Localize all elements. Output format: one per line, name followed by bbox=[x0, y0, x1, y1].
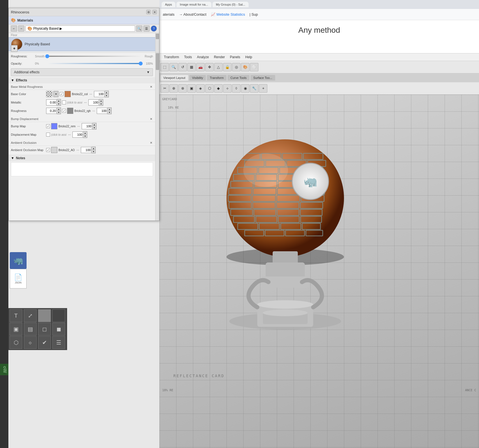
panel-close-btn[interactable]: ✕ bbox=[152, 10, 157, 14]
base-color-dots[interactable]: ··· bbox=[89, 92, 93, 96]
displacement-map-checkbox[interactable] bbox=[46, 133, 50, 137]
toolbar2-icon-8[interactable]: ⟡ bbox=[223, 84, 232, 93]
metallic-up[interactable]: ▲ bbox=[57, 99, 61, 102]
bump-map-dots[interactable]: ··· bbox=[77, 124, 81, 128]
roughness-range[interactable]: Smooth Rough bbox=[35, 55, 153, 58]
tool-cell-9[interactable]: ⬡ bbox=[10, 336, 22, 349]
file-icon[interactable]: 📄 JSON bbox=[10, 269, 27, 288]
toolbar2-icon-3[interactable]: ⊗ bbox=[178, 84, 187, 93]
tab-visibility[interactable]: Visibility bbox=[189, 75, 206, 81]
toolbar-icon-3[interactable]: ↺ bbox=[178, 63, 187, 71]
toolbar-icon-8[interactable]: 🔒 bbox=[223, 63, 232, 71]
notes-content[interactable] bbox=[11, 162, 153, 176]
base-color-up[interactable]: ▲ bbox=[105, 91, 108, 94]
base-color-dropdown[interactable]: ▾ bbox=[53, 91, 58, 97]
tool-cell-1[interactable]: T bbox=[10, 309, 22, 322]
tool-cell-6[interactable]: ▤ bbox=[24, 323, 37, 336]
menu-render[interactable]: Render bbox=[212, 54, 227, 60]
toolbar-icon-6[interactable]: ✥ bbox=[205, 63, 214, 71]
ao-close-btn[interactable]: ✕ bbox=[149, 141, 153, 145]
tab-surface-tools[interactable]: Surface Too... bbox=[251, 75, 275, 81]
toolbar2-icon-4[interactable]: ▣ bbox=[187, 84, 196, 93]
nav-materials[interactable]: aterials bbox=[163, 12, 174, 17]
displacement-down[interactable]: ▼ bbox=[83, 135, 87, 138]
bump-map-checkbox[interactable] bbox=[46, 124, 50, 128]
menu-panels[interactable]: Panels bbox=[228, 54, 242, 60]
tab-curve-tools[interactable]: Curve Tools bbox=[228, 75, 249, 81]
tab-apps[interactable]: Apps bbox=[162, 2, 175, 7]
ao-map-checkbox[interactable] bbox=[46, 148, 50, 152]
search-btn[interactable]: 🔍 bbox=[136, 25, 142, 32]
bump-map-down[interactable]: ▼ bbox=[92, 126, 96, 129]
toolbar-icon-sphere[interactable]: ⚪ bbox=[250, 63, 258, 71]
roughness-val-up[interactable]: ▲ bbox=[107, 108, 111, 111]
roughness-thumb[interactable] bbox=[45, 54, 49, 58]
menu-transform[interactable]: Transform bbox=[162, 54, 181, 60]
tab-image[interactable]: Image result for na... bbox=[176, 2, 211, 7]
tool-cell-11[interactable]: ✔ bbox=[38, 336, 51, 349]
menu-help[interactable]: Help bbox=[243, 54, 254, 60]
displacement-up[interactable]: ▲ bbox=[83, 132, 87, 135]
props-scrollbar[interactable] bbox=[155, 53, 159, 221]
roughness-dots[interactable]: ··· bbox=[92, 109, 96, 113]
bump-map-up[interactable]: ▲ bbox=[92, 123, 96, 126]
roughness-val-down[interactable]: ▼ bbox=[107, 111, 111, 114]
toolbar2-icon-2[interactable]: ⊕ bbox=[169, 84, 178, 93]
toolbar-icon-1[interactable]: ⬚ bbox=[161, 63, 169, 71]
back-btn[interactable]: ← bbox=[11, 25, 17, 32]
toolbar2-icon-10[interactable]: ◉ bbox=[241, 84, 249, 93]
opacity-thumb[interactable] bbox=[139, 62, 143, 65]
roughness-checkbox[interactable] bbox=[62, 109, 66, 113]
toolbar2-icon-11[interactable]: 🔧 bbox=[250, 84, 258, 93]
tool-cell-4[interactable] bbox=[52, 309, 65, 322]
nav-website-stats[interactable]: 📈 Website Statistics bbox=[211, 12, 245, 17]
displacement-dots[interactable]: ··· bbox=[67, 133, 71, 137]
tab-viewport-layout[interactable]: Viewport Layout bbox=[161, 75, 188, 81]
rhino-viewport[interactable]: GREYCARD 18% RE 18% RE ANCE C bbox=[159, 95, 479, 448]
nav-about[interactable]: → About/Contact bbox=[179, 12, 206, 17]
toolbar2-icon-1[interactable]: ✂ bbox=[161, 84, 169, 93]
nav-sup[interactable]: | Sup bbox=[249, 12, 258, 17]
tab-transform[interactable]: Transform bbox=[207, 75, 226, 81]
tool-cell-5[interactable]: ▣ bbox=[10, 323, 22, 336]
toolbar2-icon-9[interactable]: ◊ bbox=[232, 84, 240, 93]
base-color-checker[interactable] bbox=[46, 91, 52, 97]
tab-groups[interactable]: My Groups (0) - Sal... bbox=[213, 2, 249, 7]
breadcrumb-area[interactable]: 🎨 Physically Based ▶ bbox=[25, 25, 135, 32]
list-btn[interactable]: ☰ bbox=[143, 25, 150, 32]
toolbar-icon-color[interactable]: 🎨 bbox=[241, 63, 249, 71]
additional-effects-btn[interactable]: Additional effects ▼ bbox=[11, 68, 153, 76]
list-scrollbar[interactable] bbox=[155, 33, 159, 52]
ao-map-dots[interactable]: ··· bbox=[76, 148, 80, 152]
toolbar-icon-5[interactable]: 🚗 bbox=[196, 63, 205, 71]
toolbar2-icon-12[interactable]: ⌖ bbox=[259, 84, 267, 93]
opacity-range[interactable]: 0% 100% bbox=[35, 62, 153, 65]
add-material-btn[interactable]: + bbox=[11, 45, 18, 52]
tool-cell-7[interactable]: ◻ bbox=[38, 323, 51, 336]
toolbar2-icon-6[interactable]: ⬡ bbox=[205, 84, 214, 93]
ao-map-down[interactable]: ▼ bbox=[91, 150, 95, 153]
ao-map-up[interactable]: ▲ bbox=[91, 147, 95, 150]
help-btn[interactable]: ? bbox=[151, 25, 157, 32]
metallic-down[interactable]: ▼ bbox=[57, 102, 61, 105]
metallic-val-down[interactable]: ▼ bbox=[99, 102, 103, 105]
effects-section-header[interactable]: ▼ Effects bbox=[9, 77, 155, 83]
tool-cell-8[interactable]: ◼ bbox=[52, 323, 65, 336]
bump-close-btn[interactable]: ✕ bbox=[149, 117, 153, 121]
roughness-down[interactable]: ▼ bbox=[57, 111, 61, 114]
base-color-down[interactable]: ▼ bbox=[105, 94, 108, 97]
base-metal-close-btn[interactable]: ✕ bbox=[149, 85, 153, 89]
toolbar-icon-9[interactable]: ◎ bbox=[232, 63, 240, 71]
material-item-physically-based[interactable]: Physically Based bbox=[9, 37, 159, 51]
roughness-up[interactable]: ▲ bbox=[57, 108, 61, 111]
toolbar2-icon-5[interactable]: ◈ bbox=[196, 84, 205, 93]
panel-settings-btn[interactable]: ⚙ bbox=[146, 10, 151, 14]
metallic-val-up[interactable]: ▲ bbox=[99, 99, 103, 102]
forward-btn[interactable]: → bbox=[18, 25, 24, 32]
toolbar2-icon-7[interactable]: ◆ bbox=[214, 84, 223, 93]
tool-cell-12[interactable]: ☰ bbox=[52, 336, 65, 349]
menu-analyze[interactable]: Analyze bbox=[195, 54, 211, 60]
menu-tools[interactable]: Tools bbox=[182, 54, 194, 60]
metallic-checkbox[interactable] bbox=[62, 100, 66, 104]
tool-cell-2[interactable]: ⤢ bbox=[24, 309, 37, 322]
